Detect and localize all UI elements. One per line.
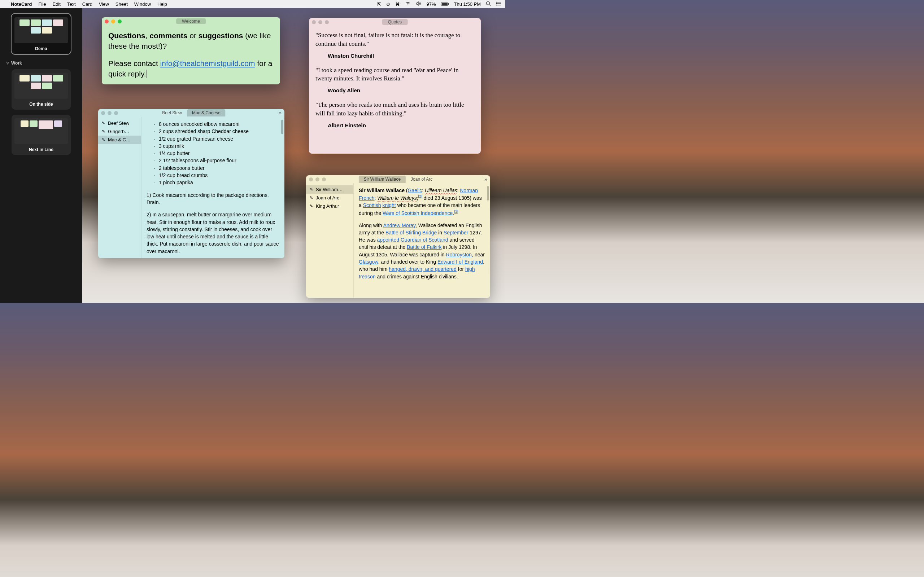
article-title: Sir William Wallace xyxy=(359,187,405,193)
recipe-step: 1) Cook macaroni according to the packag… xyxy=(147,192,279,206)
app-menu[interactable]: NoteCard xyxy=(11,2,32,7)
menu-sheet[interactable]: Sheet xyxy=(115,2,128,7)
bluetooth-icon[interactable]: ⌘ xyxy=(395,2,400,7)
zoom-button[interactable] xyxy=(322,177,326,181)
link[interactable]: Battle of Falkirk xyxy=(407,244,441,250)
list-item[interactable]: ✎Joan of Arc xyxy=(306,193,353,202)
tab-joan[interactable]: Joan of Arc xyxy=(406,176,438,183)
link[interactable]: hanged, drawn, and quartered xyxy=(389,266,457,272)
wifi-icon[interactable] xyxy=(405,2,411,7)
list-item[interactable]: ✎King Arthur xyxy=(306,202,353,210)
card-welcome[interactable]: Welcome Questions, comments or suggestio… xyxy=(102,17,280,84)
tab-mac-cheese[interactable]: Mac & Cheese xyxy=(187,109,226,116)
card-body[interactable]: Questions, comments or suggestions (we l… xyxy=(102,25,280,84)
zoom-button[interactable] xyxy=(325,20,329,24)
link[interactable]: Scottish xyxy=(363,202,381,208)
tab-wallace[interactable]: Sir William Wallace xyxy=(359,176,406,183)
sidebar-group-work[interactable]: ▽ Work xyxy=(3,59,79,67)
close-button[interactable] xyxy=(312,20,316,24)
link[interactable]: appointed xyxy=(377,237,399,243)
svg-rect-1 xyxy=(442,3,447,5)
history-list: ✎Sir William… ✎Joan of Arc ✎King Arthur xyxy=(306,183,354,298)
battery-percentage: 97% xyxy=(426,2,436,7)
quote-attribution: Albert Einstein xyxy=(328,121,474,129)
titlebar[interactable]: Quotes xyxy=(309,18,481,26)
pencil-icon: ✎ xyxy=(102,137,105,142)
disclosure-triangle-icon[interactable]: ▽ xyxy=(6,61,9,65)
pencil-icon: ✎ xyxy=(310,187,313,192)
link[interactable]: knight xyxy=(382,202,396,208)
recipe-step: 2) In a saucepan, melt butter or margari… xyxy=(147,211,279,255)
list-item[interactable]: ✎Mac & C… xyxy=(98,135,141,144)
quote-attribution: Winston Churchill xyxy=(328,52,474,60)
minimize-button[interactable] xyxy=(315,177,320,181)
quote-attribution: Woody Allen xyxy=(328,87,474,94)
minimize-button[interactable] xyxy=(108,111,111,115)
card-recipes[interactable]: Beef Stew Mac & Cheese » ✎Beef Stew ✎Gin… xyxy=(98,109,284,258)
email-link[interactable]: info@thealchemistguild.com xyxy=(160,59,255,68)
menubar: NoteCard File Edit Text Card View Sheet … xyxy=(0,0,505,8)
svg-rect-2 xyxy=(448,3,449,5)
link[interactable]: Robroyston xyxy=(446,252,472,258)
titlebar[interactable]: Beef Stew Mac & Cheese » xyxy=(98,109,284,117)
menu-view[interactable]: View xyxy=(99,2,109,7)
battery-icon[interactable] xyxy=(441,2,449,7)
quote-text: "I took a speed reading course and read … xyxy=(315,66,474,83)
link[interactable]: Guardian of Scotland xyxy=(401,237,448,243)
citation-link[interactable]: [2] xyxy=(418,194,422,198)
menu-window[interactable]: Window xyxy=(134,2,151,7)
card-history[interactable]: Sir William Wallace Joan of Arc » ✎Sir W… xyxy=(306,175,490,298)
close-button[interactable] xyxy=(101,111,105,115)
quote-text: "Success is not final, failure is not fa… xyxy=(315,31,474,48)
svg-point-8 xyxy=(496,2,497,2)
link[interactable]: Battle of Stirling Bridge xyxy=(386,230,437,235)
citation-link[interactable]: [3] xyxy=(454,210,458,213)
zoom-button[interactable] xyxy=(118,19,122,23)
link[interactable]: Glasgow xyxy=(359,259,378,265)
notification-center-icon[interactable] xyxy=(496,2,501,7)
card-quotes[interactable]: Quotes "Success is not final, failure is… xyxy=(309,18,481,154)
pencil-icon: ✎ xyxy=(102,129,105,134)
link[interactable]: Gaelic xyxy=(408,187,422,193)
link[interactable]: Wars of Scottish Independence xyxy=(383,210,452,216)
menu-help[interactable]: Help xyxy=(157,2,167,7)
recipe-content[interactable]: 8 ounces uncooked elbow macaroni 2 cups … xyxy=(142,117,284,258)
tab-beef-stew[interactable]: Beef Stew xyxy=(157,109,187,116)
titlebar[interactable]: Sir William Wallace Joan of Arc » xyxy=(306,175,490,183)
list-item[interactable]: ✎Sir William… xyxy=(306,185,353,193)
text-bold: suggestions xyxy=(199,31,243,40)
scrollbar[interactable] xyxy=(281,120,283,209)
menubar-clock[interactable]: Thu 1:50 PM xyxy=(454,2,481,7)
screen-share-icon[interactable]: ⇱ xyxy=(377,2,381,7)
titlebar[interactable]: Welcome xyxy=(102,17,280,25)
minimize-button[interactable] xyxy=(111,19,115,23)
menu-edit[interactable]: Edit xyxy=(52,2,60,7)
clock-icon[interactable]: ⊘ xyxy=(386,2,390,7)
workspace-sidebar: Demo ▽ Work On the side Next in Line xyxy=(0,8,82,303)
card-body[interactable]: "Success is not final, failure is not fa… xyxy=(309,26,481,154)
zoom-button[interactable] xyxy=(114,111,118,115)
scrollbar[interactable] xyxy=(487,186,489,259)
sidebar-item-demo[interactable]: Demo xyxy=(11,14,71,54)
minimize-button[interactable] xyxy=(318,20,322,24)
list-item[interactable]: ✎Beef Stew xyxy=(98,119,141,127)
link[interactable]: Edward I of England xyxy=(438,259,483,265)
link[interactable]: September xyxy=(444,230,468,235)
menu-text[interactable]: Text xyxy=(67,2,76,7)
menu-card[interactable]: Card xyxy=(82,2,92,7)
sidebar-item-label: On the side xyxy=(15,102,68,107)
spotlight-icon[interactable] xyxy=(486,1,491,7)
history-content[interactable]: Sir William Wallace (Gaelic: Uilleam Ual… xyxy=(354,183,490,298)
sidebar-item-next-in-line[interactable]: Next in Line xyxy=(11,115,71,155)
list-item[interactable]: ✎Gingerb… xyxy=(98,127,141,135)
menu-file[interactable]: File xyxy=(39,2,46,7)
svg-point-3 xyxy=(486,2,490,5)
close-button[interactable] xyxy=(309,177,313,181)
close-button[interactable] xyxy=(105,19,109,23)
tab-overflow-icon[interactable]: » xyxy=(279,110,281,116)
card-title: Quotes xyxy=(382,19,408,25)
tab-overflow-icon[interactable]: » xyxy=(485,176,487,182)
volume-icon[interactable] xyxy=(416,2,422,7)
link[interactable]: Andrew Moray xyxy=(383,222,415,228)
sidebar-item-on-the-side[interactable]: On the side xyxy=(11,69,71,110)
